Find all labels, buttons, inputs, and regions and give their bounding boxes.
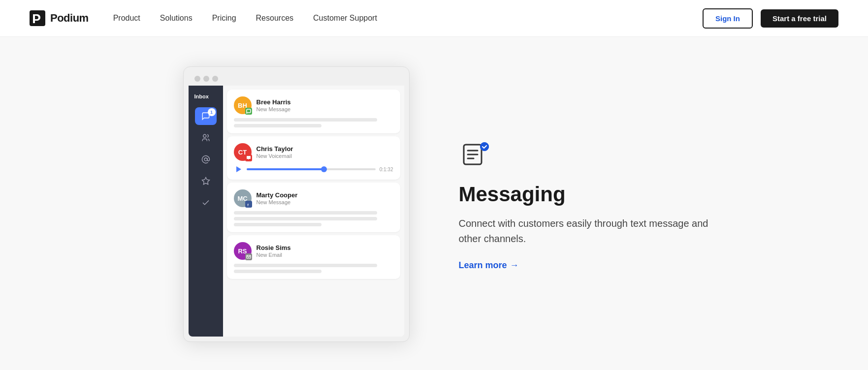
arrow-icon: →	[510, 260, 519, 271]
card-info-marty: Marty Cooper New Message	[257, 191, 393, 205]
card-line-2	[234, 124, 321, 127]
card-type-rosie: New Email	[257, 252, 393, 258]
card-info-bree: Bree Harris New Message	[257, 98, 393, 112]
main-content: Inbox 1	[0, 37, 868, 370]
card-header-bree: BH Bree Harris New Message	[234, 96, 393, 114]
card-info-chris: Chris Taylor New Voicemail	[257, 145, 393, 159]
window-dot-1	[194, 76, 200, 82]
avatar-badge-rosie	[245, 253, 252, 260]
card-type-marty: New Message	[257, 199, 393, 205]
nav-product[interactable]: Product	[113, 14, 140, 23]
main-nav: Product Solutions Pricing Resources Cust…	[113, 14, 377, 23]
card-line-marty-2	[234, 217, 378, 220]
contacts-icon	[201, 133, 210, 142]
logo[interactable]: Podium	[30, 10, 89, 26]
sidebar-done-btn[interactable]	[195, 194, 217, 212]
card-type-bree: New Message	[257, 106, 393, 112]
card-name-chris: Chris Taylor	[257, 145, 393, 153]
avatar-badge-chris	[245, 154, 252, 161]
card-header-chris: CT Chris Taylor New Voicemail	[234, 143, 393, 161]
learn-more-text: Learn more	[459, 260, 507, 271]
window-body: Inbox 1	[189, 86, 404, 337]
progress-thumb	[321, 166, 327, 172]
svg-point-2	[204, 158, 207, 161]
learn-more-link[interactable]: Learn more →	[459, 260, 519, 271]
avatar-badge-marty: f	[245, 201, 252, 208]
card-name-marty: Marty Cooper	[257, 191, 393, 199]
card-info-rosie: Rosie Sims New Email	[257, 244, 393, 258]
sidebar-mentions-btn[interactable]	[195, 151, 217, 168]
card-line-marty-3	[234, 223, 321, 226]
play-icon[interactable]	[234, 165, 243, 174]
avatar-rosie: RS	[234, 242, 252, 260]
star-icon	[201, 177, 210, 185]
svg-point-12	[480, 142, 489, 151]
card-header-rosie: RS Rosie Sims New Email	[234, 242, 393, 260]
message-card-chris[interactable]: CT Chris Taylor New Voicemail	[227, 136, 400, 180]
progress-fill	[247, 168, 324, 170]
avatar-marty: MC f	[234, 189, 252, 207]
progress-bar[interactable]	[247, 168, 376, 170]
sidebar-starred-btn[interactable]	[195, 172, 217, 190]
messaging-icon	[459, 138, 492, 171]
inbox-badge: 1	[208, 108, 216, 116]
window-dot-2	[203, 76, 209, 82]
card-lines-rosie	[234, 264, 393, 273]
message-card-rosie[interactable]: RS Rosie Sims New Email	[227, 235, 400, 279]
message-list: BH Bree Harris New Message	[223, 86, 404, 337]
app-mockup: Inbox 1	[154, 66, 410, 342]
avatar-badge-bree	[245, 108, 252, 115]
card-type-chris: New Voicemail	[257, 153, 393, 159]
feature-title: Messaging	[459, 183, 715, 206]
header-left: Podium Product Solutions Pricing Resourc…	[30, 10, 377, 26]
card-name-bree: Bree Harris	[257, 98, 393, 106]
signin-button[interactable]: Sign In	[703, 8, 753, 29]
card-header-marty: MC f Marty Cooper New Message	[234, 189, 393, 207]
card-lines-marty	[234, 211, 393, 226]
nav-customer-support[interactable]: Customer Support	[313, 14, 377, 23]
free-trial-button[interactable]: Start a free trial	[761, 9, 838, 28]
card-line-rosie-1	[234, 264, 378, 267]
voicemail-player: 0:1:32	[234, 165, 393, 174]
svg-marker-4	[236, 166, 241, 172]
nav-resources[interactable]: Resources	[256, 14, 293, 23]
card-line-1	[234, 118, 378, 122]
card-name-rosie: Rosie Sims	[257, 244, 393, 251]
window-chrome	[189, 72, 404, 86]
sidebar-contacts-btn[interactable]	[195, 129, 217, 147]
sidebar-inbox-label: Inbox	[189, 93, 209, 99]
card-line-rosie-2	[234, 270, 321, 273]
svg-rect-0	[30, 10, 45, 26]
card-line-marty-1	[234, 211, 378, 215]
window-dot-3	[212, 76, 218, 82]
message-card-bree[interactable]: BH Bree Harris New Message	[227, 90, 400, 133]
sidebar: Inbox 1	[189, 86, 223, 337]
avatar-bree: BH	[234, 96, 252, 114]
logo-text: Podium	[50, 12, 89, 25]
header-right: Sign In Start a free trial	[703, 8, 838, 29]
check-icon	[201, 198, 210, 207]
podium-logo-icon	[30, 10, 45, 26]
svg-point-1	[203, 134, 206, 137]
voicemail-duration: 0:1:32	[380, 167, 393, 172]
svg-text:f: f	[247, 203, 249, 207]
feature-description: Connect with customers easily through te…	[459, 216, 715, 247]
svg-marker-3	[202, 178, 209, 185]
avatar-chris: CT	[234, 143, 252, 161]
app-window: Inbox 1	[183, 66, 410, 342]
message-card-marty[interactable]: MC f Marty Cooper New Message	[227, 183, 400, 232]
right-content: Messaging Connect with customers easily …	[459, 138, 715, 270]
header: Podium Product Solutions Pricing Resourc…	[0, 0, 868, 37]
nav-pricing[interactable]: Pricing	[212, 14, 236, 23]
nav-solutions[interactable]: Solutions	[160, 14, 193, 23]
at-icon	[201, 155, 210, 164]
card-lines-bree	[234, 118, 393, 127]
sidebar-messages-btn[interactable]: 1	[195, 107, 217, 125]
